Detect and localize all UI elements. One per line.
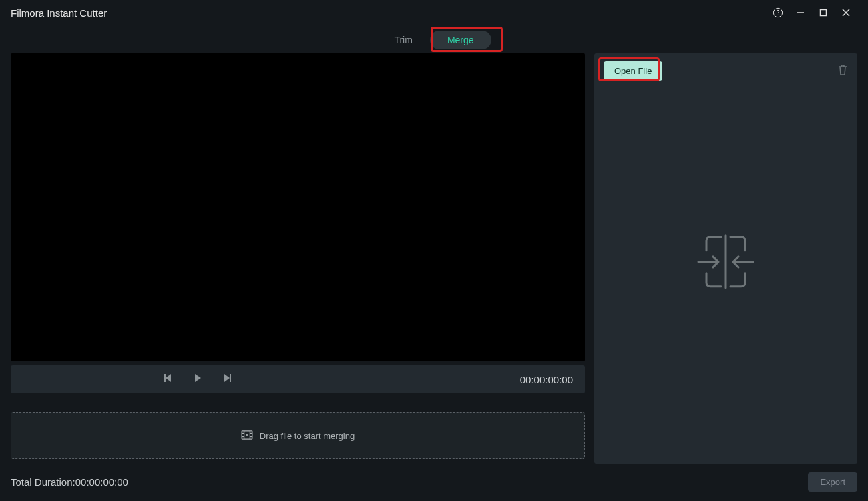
export-button[interactable]: Export: [808, 472, 857, 492]
title-bar: Filmora Instant Cutter: [0, 0, 868, 25]
help-icon[interactable]: [767, 0, 789, 25]
total-duration-value: 00:00:00:00: [75, 476, 128, 488]
maximize-button[interactable]: [812, 0, 835, 25]
play-button[interactable]: [192, 373, 203, 386]
main-content: 00:00:00:00 Drag file to start merging O…: [0, 53, 868, 464]
minimize-button[interactable]: [789, 0, 812, 25]
video-preview: [11, 53, 585, 361]
status-bar: Total Duration: 00:00:00:00 Export: [0, 469, 868, 494]
total-duration-label: Total Duration:: [11, 476, 75, 488]
step-forward-button[interactable]: [222, 373, 232, 386]
trash-icon[interactable]: [837, 64, 848, 79]
merge-graphic-icon: [689, 225, 763, 301]
drop-zone[interactable]: Drag file to start merging: [11, 412, 585, 459]
svg-rect-7: [230, 374, 231, 382]
tab-merge[interactable]: Merge: [430, 31, 491, 49]
tab-trim[interactable]: Trim: [377, 31, 429, 49]
step-back-button[interactable]: [163, 373, 174, 386]
open-file-button[interactable]: Open File: [604, 61, 662, 81]
svg-rect-3: [821, 10, 827, 16]
file-list-panel: Open File: [594, 53, 857, 464]
svg-point-1: [777, 15, 778, 15]
transport-bar: 00:00:00:00: [11, 365, 585, 393]
film-icon: [241, 430, 253, 442]
svg-rect-6: [164, 374, 166, 382]
app-title: Filmora Instant Cutter: [11, 7, 107, 19]
timecode: 00:00:00:00: [520, 374, 573, 385]
mode-tab-bar: Trim Merge: [0, 25, 868, 53]
close-button[interactable]: [835, 0, 857, 25]
drop-zone-hint: Drag file to start merging: [260, 431, 355, 441]
